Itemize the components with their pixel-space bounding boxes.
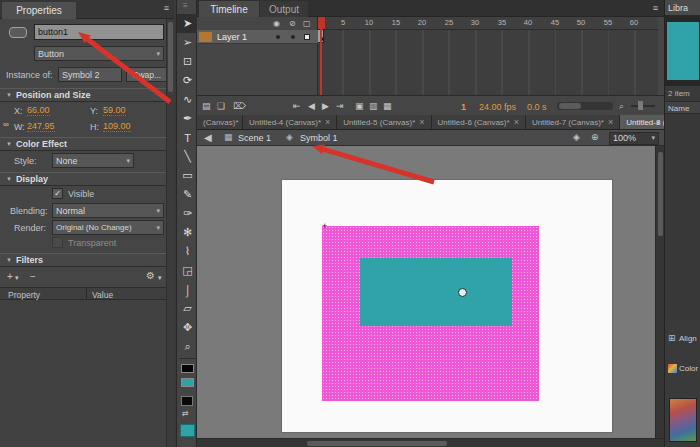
collapsed-panel-color[interactable]: Color bbox=[665, 358, 700, 384]
layer-outline-square[interactable] bbox=[304, 34, 310, 40]
new-folder-icon[interactable]: ❏ bbox=[217, 102, 225, 111]
close-icon[interactable]: × bbox=[608, 117, 613, 127]
subselection-tool-icon[interactable]: ➢ bbox=[177, 33, 198, 52]
step-forward-icon[interactable]: ▶ bbox=[322, 102, 329, 111]
bone-tool-icon[interactable]: ⌇ bbox=[177, 242, 198, 261]
section-filters[interactable]: ▼ Filters bbox=[0, 253, 174, 267]
document-tab[interactable]: Untitled-5 (Canvas)* × bbox=[337, 115, 431, 129]
library-name-header[interactable]: Name bbox=[665, 101, 700, 114]
eraser-tool-icon[interactable]: ▱ bbox=[177, 299, 198, 318]
layer-name[interactable]: Layer 1 bbox=[217, 32, 247, 42]
paint-bucket-tool-icon[interactable]: ◲ bbox=[177, 261, 198, 280]
zoom-level-dropdown[interactable]: 100% ▾ bbox=[609, 132, 659, 145]
tools-grip-icon[interactable]: ≡ bbox=[183, 1, 188, 10]
properties-scrollbar[interactable] bbox=[166, 19, 174, 447]
properties-scrollbar-thumb[interactable] bbox=[168, 22, 173, 92]
swatch-thumbnail[interactable] bbox=[669, 398, 697, 442]
outline-layers-icon[interactable]: ▢ bbox=[303, 20, 311, 28]
stage-vertical-scrollbar[interactable] bbox=[655, 146, 664, 438]
show-hide-layers-eye-icon[interactable]: ◉ bbox=[273, 20, 280, 28]
filter-options-gear-icon[interactable]: ⚙ bbox=[146, 271, 155, 281]
layer-lock-dot[interactable] bbox=[291, 35, 295, 39]
lock-layers-icon[interactable]: ⊘ bbox=[289, 20, 296, 28]
remove-filter-icon[interactable]: − bbox=[30, 272, 36, 282]
text-tool-icon[interactable]: T bbox=[177, 128, 198, 147]
rectangle-tool-icon[interactable]: ▭ bbox=[177, 166, 198, 185]
symbol-type-dropdown[interactable]: Button ▾ bbox=[34, 46, 164, 61]
filters-list-area[interactable] bbox=[0, 300, 166, 447]
library-panel-header[interactable]: Libra bbox=[665, 0, 700, 16]
pen-tool-icon[interactable]: ✒ bbox=[177, 109, 198, 128]
black-white-colors-button[interactable] bbox=[181, 396, 193, 406]
close-icon[interactable]: × bbox=[514, 117, 519, 127]
stage-vertical-scrollbar-thumb[interactable] bbox=[658, 152, 663, 236]
lasso-tool-icon[interactable]: ∿ bbox=[177, 90, 198, 109]
layer-row[interactable]: Layer 1 bbox=[197, 30, 318, 44]
hand-tool-icon[interactable]: ✥ bbox=[177, 318, 198, 337]
layer-visibility-dot[interactable] bbox=[276, 35, 280, 39]
x-value[interactable]: 66.00 bbox=[27, 105, 50, 116]
stage-horizontal-scrollbar-thumb[interactable] bbox=[307, 441, 447, 446]
tab-overflow-chevron-icon[interactable]: ▾ bbox=[656, 119, 660, 126]
eyedropper-tool-icon[interactable]: ⌡ bbox=[177, 280, 198, 299]
zoom-tool-icon[interactable]: ⌕ bbox=[177, 337, 198, 356]
close-icon[interactable]: × bbox=[325, 117, 330, 127]
back-arrow-icon[interactable]: ◀ bbox=[204, 133, 212, 143]
step-back-icon[interactable]: ◀ bbox=[308, 102, 315, 111]
document-tab[interactable]: Untitled-6 (Canvas)* × bbox=[432, 115, 526, 129]
instance-name-input[interactable] bbox=[34, 24, 164, 40]
stage-horizontal-scrollbar[interactable] bbox=[197, 438, 664, 447]
edit-multiple-frames-icon[interactable]: ▦ bbox=[383, 102, 392, 111]
tab-output[interactable]: Output bbox=[260, 1, 308, 17]
collapsed-panel-align[interactable]: ⊞ Align bbox=[665, 328, 700, 354]
document-tab[interactable]: Untitled-7 (Canvas)* × bbox=[526, 115, 620, 129]
timeline-zoom-slider-track[interactable] bbox=[631, 105, 655, 107]
edit-symbols-icon[interactable]: ◈ bbox=[573, 133, 580, 142]
delete-layer-icon[interactable]: ⌦ bbox=[233, 102, 246, 111]
deco-tool-icon[interactable]: ✻ bbox=[177, 223, 198, 242]
frames-area[interactable] bbox=[318, 30, 658, 95]
swap-button[interactable]: Swap... bbox=[126, 67, 168, 82]
properties-panel-tab[interactable]: Properties bbox=[2, 2, 76, 19]
close-icon[interactable]: × bbox=[419, 117, 424, 127]
timeline-scrollbar[interactable] bbox=[557, 102, 613, 110]
transformation-point-icon[interactable] bbox=[458, 288, 467, 297]
frame-rate-indicator[interactable]: 24.00 fps bbox=[479, 102, 516, 112]
render-dropdown[interactable]: Original (No Change) ▾ bbox=[52, 220, 164, 235]
go-last-frame-icon[interactable]: ⇥ bbox=[336, 102, 344, 111]
tab-timeline[interactable]: Timeline bbox=[199, 1, 259, 17]
style-dropdown[interactable]: None ▾ bbox=[52, 153, 134, 168]
panel-menu-icon[interactable]: ≡ bbox=[653, 4, 658, 13]
3d-rotation-tool-icon[interactable]: ⟳ bbox=[177, 71, 198, 90]
selection-tool-icon[interactable]: ➤ bbox=[177, 14, 198, 33]
section-color-effect[interactable]: ▼ Color Effect bbox=[0, 137, 174, 151]
blending-dropdown[interactable]: Normal ▾ bbox=[52, 203, 164, 218]
go-first-frame-icon[interactable]: ⇤ bbox=[293, 102, 301, 111]
timeline-zoom-slider-thumb[interactable] bbox=[638, 101, 643, 110]
timeline-scrollbar-thumb[interactable] bbox=[559, 103, 581, 109]
add-filter-icon[interactable]: + bbox=[7, 272, 13, 282]
link-width-height-icon[interactable]: ∞ bbox=[3, 121, 9, 129]
teal-button-instance[interactable] bbox=[360, 258, 512, 326]
fill-color-swatch[interactable] bbox=[181, 378, 194, 387]
current-frame-indicator[interactable]: 1 bbox=[461, 102, 466, 112]
breadcrumb-symbol[interactable]: Symbol 1 bbox=[300, 133, 338, 143]
onion-skin-outline-icon[interactable]: ▥ bbox=[369, 102, 378, 111]
line-tool-icon[interactable]: ╲ bbox=[177, 147, 198, 166]
center-stage-crosshair-icon[interactable]: ⊕ bbox=[591, 133, 599, 142]
section-display[interactable]: ▼ Display bbox=[0, 172, 174, 186]
breadcrumb-scene[interactable]: Scene 1 bbox=[238, 133, 271, 143]
document-tab[interactable]: (Canvas)* × bbox=[197, 115, 243, 129]
document-tab[interactable]: Untitled-4 (Canvas)* × bbox=[243, 115, 337, 129]
pencil-tool-icon[interactable]: ✎ bbox=[177, 185, 198, 204]
panel-menu-icon[interactable]: ≡ bbox=[164, 4, 169, 13]
playhead-line[interactable] bbox=[320, 17, 322, 95]
swap-colors-icon[interactable]: ⇄ bbox=[182, 410, 189, 418]
new-layer-icon[interactable]: ▤ bbox=[202, 102, 211, 111]
elapsed-time-indicator[interactable]: 0.0 s bbox=[527, 102, 547, 112]
brush-tool-icon[interactable]: ✑ bbox=[177, 204, 198, 223]
stroke-color-swatch[interactable] bbox=[181, 364, 194, 373]
visible-checkbox[interactable]: ✓ bbox=[52, 188, 63, 199]
w-value[interactable]: 247.95 bbox=[27, 121, 55, 132]
section-position-and-size[interactable]: ▼ Position and Size bbox=[0, 88, 174, 102]
